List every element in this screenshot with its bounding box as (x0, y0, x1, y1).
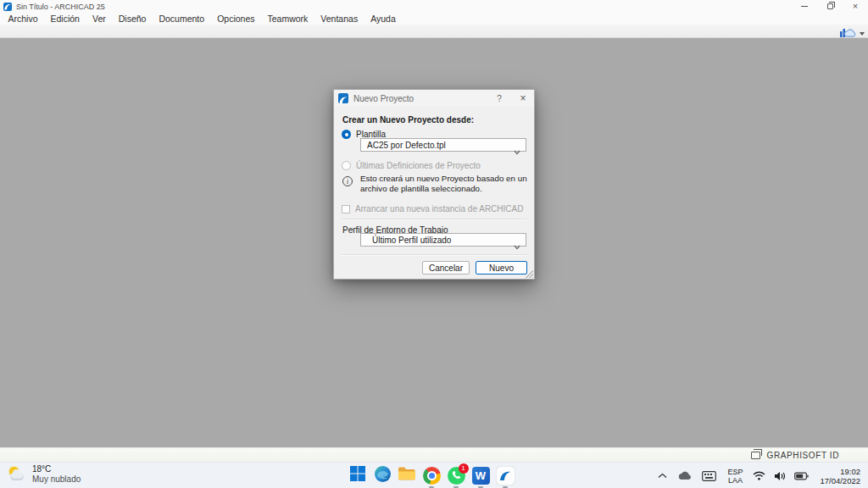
divider (342, 219, 527, 220)
radio-checked-icon (342, 130, 351, 139)
checkbox-unchecked-icon (342, 205, 350, 214)
onedrive-cloud-icon[interactable] (677, 471, 692, 480)
notification-badge: 1 (459, 463, 469, 474)
chevron-down-icon (860, 32, 865, 36)
system-tray: ESP LAA (653, 463, 868, 488)
chevron-down-icon (514, 143, 520, 158)
screen: Sin Título - ARCHICAD 25 × Archivo Edici… (0, 0, 868, 488)
dialog-title: Nuevo Proyecto (353, 94, 414, 103)
partly-cloudy-icon (8, 466, 26, 483)
checkbox-label: Arrancar una nueva instancia de ARCHICAD (355, 204, 523, 214)
touch-keyboard-icon[interactable] (702, 471, 716, 481)
radio-ultimas-label: Últimas Definiciones de Proyecto (356, 161, 481, 170)
menu-ventanas[interactable]: Ventanas (314, 13, 364, 25)
wifi-icon[interactable] (753, 471, 765, 480)
folder-icon (398, 466, 416, 485)
archicad-dialog-icon (338, 93, 348, 103)
language-indicator[interactable]: ESP LAA (727, 468, 743, 485)
template-combobox-value: AC25 por Defecto.tpl (367, 141, 446, 150)
archicad-app-icon (3, 3, 12, 11)
dialog-titlebar[interactable]: Nuevo Proyecto ? × (334, 90, 534, 107)
dialog-close-button[interactable]: × (512, 92, 534, 104)
close-button[interactable]: × (843, 0, 868, 13)
toolbar (0, 25, 868, 38)
taskbar-archicad-button[interactable] (495, 465, 515, 485)
menu-diseno[interactable]: Diseño (112, 13, 153, 25)
clock-widget[interactable]: 19:02 17/04/2022 (820, 467, 860, 485)
taskbar-whatsapp-button[interactable]: 1 (446, 465, 466, 485)
tray-date: 17/04/2022 (820, 476, 860, 485)
weather-condition: Muy nublado (32, 474, 81, 485)
info-note: i Esto creará un nuevo Proyecto basado e… (342, 174, 528, 194)
taskbar-edge-button[interactable] (372, 465, 392, 485)
taskbar-file-explorer-button[interactable] (397, 465, 417, 485)
graphisoft-id-label: GRAPHISOFT ID (767, 451, 839, 460)
restore-button[interactable] (817, 0, 843, 13)
template-combobox[interactable]: AC25 por Defecto.tpl (360, 138, 526, 152)
menu-bar: Archivo Edición Ver Diseño Documento Opc… (0, 13, 868, 25)
window-title: Sin Título - ARCHICAD 25 (16, 3, 105, 11)
nuevo-button[interactable]: Nuevo (476, 261, 527, 274)
battery-icon[interactable] (794, 472, 809, 480)
tray-time: 19:02 (840, 467, 860, 476)
weather-temperature: 18°C (32, 464, 81, 474)
taskbar-icons: 1 W (348, 465, 515, 485)
weather-widget[interactable]: 18°C Muy nublado (8, 464, 81, 485)
taskbar-start-button[interactable] (348, 465, 368, 485)
windows-start-icon (349, 465, 366, 485)
menu-documento[interactable]: Documento (153, 13, 211, 25)
taskbar-chrome-button[interactable] (421, 465, 442, 485)
menu-teamwork[interactable]: Teamwork (261, 13, 314, 25)
minimize-icon (801, 6, 808, 7)
weather-text: 18°C Muy nublado (32, 464, 81, 485)
cancel-button[interactable]: Cancelar (422, 261, 470, 274)
info-text: Esto creará un nuevo Proyecto basado en … (360, 174, 528, 194)
close-icon: × (853, 2, 858, 11)
minimize-button[interactable] (792, 0, 817, 13)
archicad-icon (497, 467, 515, 485)
language-line1: ESP (727, 468, 743, 476)
restore-icon (827, 3, 833, 9)
profile-combobox[interactable]: Último Perfil utilizado (360, 233, 526, 247)
divider (342, 254, 527, 256)
whatsapp-icon: 1 (448, 467, 465, 485)
speaker-icon[interactable] (774, 471, 786, 481)
radio-ultimas-definiciones: Últimas Definiciones de Proyecto (342, 161, 481, 170)
checkbox-nueva-instancia: Arrancar una nueva instancia de ARCHICAD (342, 204, 523, 214)
chrome-icon (423, 467, 441, 485)
edge-icon (374, 465, 392, 486)
profile-combobox-value: Último Perfil utilizado (372, 236, 451, 245)
app-statusbar: GRAPHISOFT ID (0, 447, 868, 462)
menu-archivo[interactable]: Archivo (2, 13, 44, 25)
app-titlebar: Sin Título - ARCHICAD 25 × (0, 0, 868, 13)
graphisoft-id-button[interactable]: GRAPHISOFT ID (751, 451, 839, 460)
taskbar: 18°C Muy nublado (0, 462, 868, 488)
new-project-dialog: Nuevo Proyecto ? × Crear un Nuevo Proyec… (333, 89, 535, 280)
taskbar-word-button[interactable]: W (470, 465, 491, 485)
windows-stack-icon (751, 452, 760, 459)
tray-chevron-up[interactable] (658, 473, 667, 479)
word-icon: W (472, 467, 490, 485)
menu-ver[interactable]: Ver (86, 13, 112, 25)
menu-edicion[interactable]: Edición (44, 13, 86, 25)
resize-grip[interactable] (526, 270, 533, 278)
dialog-titlebar-buttons: ? × (487, 90, 534, 107)
info-icon: i (342, 176, 353, 186)
chevron-down-icon (514, 238, 520, 253)
radio-unchecked-icon (342, 161, 351, 170)
window-controls: × (792, 0, 868, 13)
dialog-heading: Crear un Nuevo Proyecto desde: (342, 115, 474, 125)
dialog-help-button[interactable]: ? (487, 94, 512, 103)
menu-ayuda[interactable]: Ayuda (364, 13, 403, 25)
language-line2: LAA (728, 476, 743, 485)
menu-opciones[interactable]: Opciones (211, 13, 261, 25)
